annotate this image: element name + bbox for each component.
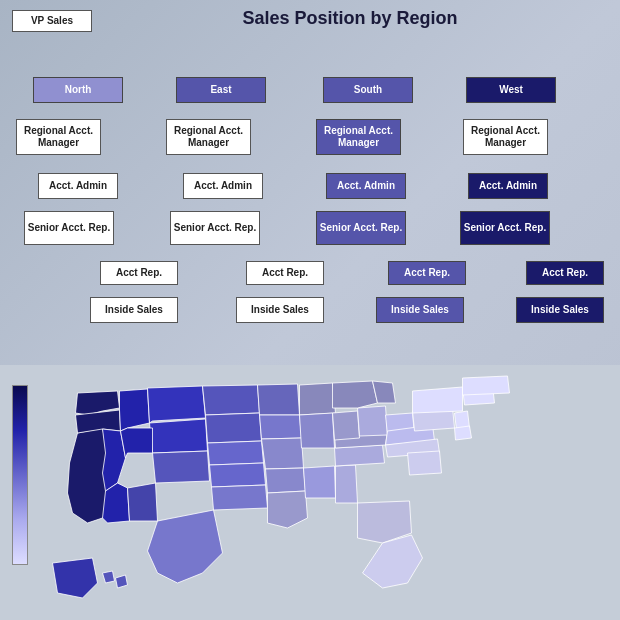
admin-north[interactable]: Acct. Admin: [38, 173, 118, 199]
ram-south-label: Regional Acct. Manager: [317, 125, 400, 149]
admin-west[interactable]: Acct. Admin: [468, 173, 548, 199]
admin-south-label: Acct. Admin: [337, 180, 395, 192]
sar-west-label: Senior Acct. Rep.: [464, 222, 546, 234]
is-west[interactable]: Inside Sales: [516, 297, 604, 323]
is-north-label: Inside Sales: [105, 304, 163, 316]
map-section: [0, 365, 620, 620]
ram-east-label: Regional Acct. Manager: [167, 125, 250, 149]
is-east[interactable]: Inside Sales: [236, 297, 324, 323]
ar-east-label: Acct Rep.: [262, 267, 308, 279]
east-label: East: [210, 84, 231, 96]
ar-north-label: Acct Rep.: [116, 267, 162, 279]
color-legend: [12, 385, 28, 565]
region-east[interactable]: East: [176, 77, 266, 103]
sar-north[interactable]: Senior Acct. Rep.: [24, 211, 114, 245]
ram-east[interactable]: Regional Acct. Manager: [166, 119, 251, 155]
ar-south[interactable]: Acct Rep.: [388, 261, 466, 285]
south-label: South: [354, 84, 382, 96]
sar-south-label: Senior Acct. Rep.: [320, 222, 402, 234]
north-label: North: [65, 84, 92, 96]
ar-west[interactable]: Acct Rep.: [526, 261, 604, 285]
region-south[interactable]: South: [323, 77, 413, 103]
is-south[interactable]: Inside Sales: [376, 297, 464, 323]
ram-north[interactable]: Regional Acct. Manager: [16, 119, 101, 155]
ar-east[interactable]: Acct Rep.: [246, 261, 324, 285]
ar-north[interactable]: Acct Rep.: [100, 261, 178, 285]
ar-south-label: Acct Rep.: [404, 267, 450, 279]
ram-west[interactable]: Regional Acct. Manager: [463, 119, 548, 155]
sar-east[interactable]: Senior Acct. Rep.: [170, 211, 260, 245]
admin-east[interactable]: Acct. Admin: [183, 173, 263, 199]
is-north[interactable]: Inside Sales: [90, 297, 178, 323]
vp-sales-box: VP Sales: [12, 10, 92, 32]
admin-north-label: Acct. Admin: [49, 180, 107, 192]
main-container: VP Sales Sales Position by Region: [0, 0, 620, 620]
ram-south[interactable]: Regional Acct. Manager: [316, 119, 401, 155]
admin-west-label: Acct. Admin: [479, 180, 537, 192]
admin-east-label: Acct. Admin: [194, 180, 252, 192]
ar-west-label: Acct Rep.: [542, 267, 588, 279]
sar-west[interactable]: Senior Acct. Rep.: [460, 211, 550, 245]
admin-south[interactable]: Acct. Admin: [326, 173, 406, 199]
is-east-label: Inside Sales: [251, 304, 309, 316]
sar-south[interactable]: Senior Acct. Rep.: [316, 211, 406, 245]
region-north[interactable]: North: [33, 77, 123, 103]
ram-north-label: Regional Acct. Manager: [17, 125, 100, 149]
chart-title: Sales Position by Region: [8, 8, 612, 29]
vp-label: VP Sales: [31, 15, 73, 27]
org-section: VP Sales Sales Position by Region: [0, 0, 620, 360]
sar-east-label: Senior Acct. Rep.: [174, 222, 256, 234]
west-label: West: [499, 84, 523, 96]
region-west[interactable]: West: [466, 77, 556, 103]
ram-west-label: Regional Acct. Manager: [464, 125, 547, 149]
sar-north-label: Senior Acct. Rep.: [28, 222, 110, 234]
is-south-label: Inside Sales: [391, 304, 449, 316]
usa-map: [45, 373, 610, 613]
is-west-label: Inside Sales: [531, 304, 589, 316]
